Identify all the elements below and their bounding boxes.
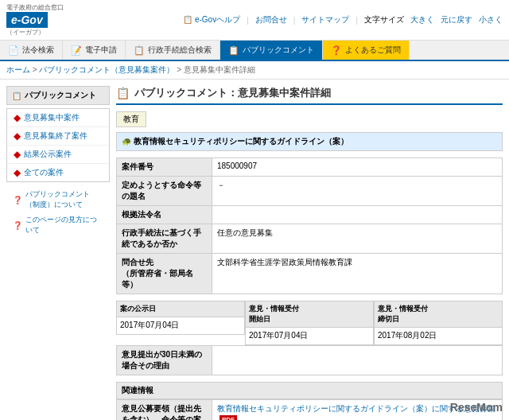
logo-subtitle: 電子政府の総合窓口 [6,3,64,12]
public-comment-icon: 📋 [228,45,239,56]
gyosei-icon: 📋 [134,45,145,56]
breadcrumb-home[interactable]: ホーム [6,65,30,74]
date-columns: 案の公示日 2017年07月04日 意見・情報受付開始日 2017年07月04日… [116,301,503,345]
sidebar-section-menu: ◆ 意見募集中案件 ◆ 意見募集終了案件 ◆ 結果公示案件 ◆ 全ての案件 [6,108,110,182]
contact-link[interactable]: お問合せ [255,14,287,25]
accept-start-header: 意見・情報受付開始日 [245,301,374,328]
breadcrumb-sep2: > [177,65,184,74]
sidebar: 📋 パブリックコメント ◆ 意見募集中案件 ◆ 意見募集終了案件 ◆ 結果公示案… [6,86,110,420]
sidebar-link-募集中[interactable]: 意見募集中案件 [24,112,80,123]
bullet-icon-3: ◆ [14,149,21,160]
reason-label: 意見提出が30日未満の場合その理由 [117,346,212,375]
resemom-text: ReseMom [450,401,503,414]
tab-law-label: 法令検索 [22,45,54,56]
esub-icon: 📝 [71,45,82,56]
sidebar-help-link-1[interactable]: パブリックコメント（制度）について [25,189,103,210]
sidebar-item-結果[interactable]: ◆ 結果公示案件 [7,146,109,164]
sidebar-item-終了[interactable]: ◆ 意見募集終了案件 [7,127,109,146]
case-title-header: 🐢 教育情報セキュリティポリシーに関するガイドライン（案） [117,133,503,151]
logo-main: e-Gov [6,12,48,28]
tab-esub[interactable]: 📝 電子申請 [63,41,126,60]
tab-gyosei[interactable]: 📋 行政手続総合検索 [126,41,220,60]
tab-esub-label: 電子申請 [85,45,117,56]
egov-help-link[interactable]: 📋 e-Govヘルプ [183,14,240,25]
sidebar-help-item-1[interactable]: ❓ パブリックコメント（制度）について [6,187,110,212]
turtle-icon: 🐢 [122,137,131,146]
breadcrumb: ホーム > パブリックコメント（意見募集案件） > 意見募集中案件詳細 [0,61,509,80]
col-accept-end: 意見・情報受付締切日 2017年08月02日 [374,301,503,345]
help-icon-1: ❓ [13,196,22,204]
related-募集要領-label: 意見公募要領（提出先を含む）、命令等の案 [117,400,212,421]
related-header: 関連情報 [116,382,503,399]
font-small-link[interactable]: 小さく [479,14,503,25]
sidebar-header-icon: 📋 [12,91,21,100]
help-icon-2: ❓ [13,221,22,230]
legal-basis-label: 根拠法令名 [117,206,212,224]
nav-tabs: 📄 法令検索 📝 電子申請 📋 行政手続総合検索 📋 パブリックコメント ❓ よ… [0,41,509,61]
sidebar-header: 📋 パブリックコメント [6,86,110,105]
content-header: 📋 パブリックコメント：意見募集中案件詳細 [116,86,503,105]
faq-icon: ❓ [331,45,342,56]
category-badge: 教育 [116,111,146,127]
order-title-value: － [212,177,503,206]
tab-faq[interactable]: ❓ よくあるご質問 [323,41,410,60]
bullet-icon-1: ◆ [14,112,21,123]
sidebar-item-全て[interactable]: ◆ 全ての案件 [7,164,109,181]
tab-public-comment[interactable]: 📋 パブリックコメント [220,41,323,60]
contact-label: 問合せ先（所管府省・部局名等） [117,254,212,294]
reason-table: 意見提出が30日未満の場合その理由 [116,345,503,375]
col-publish-date: 案の公示日 2017年07月04日 [116,301,245,345]
procedure-value: 任意の意見募集 [212,224,503,254]
law-icon: 📄 [8,45,19,56]
reason-value [212,346,503,375]
info-table: 案件番号 185000907 定めようとする命令等の題名 － 根拠法令名 行政手… [116,158,503,294]
font-reset-link[interactable]: 元に戻す [441,14,472,25]
sidebar-help-item-2[interactable]: ❓ このページの見方について [6,212,110,238]
logo-kana: （イーガブ） [6,28,45,37]
related-table: 意見公募要領（提出先を含む）、命令等の案 教育情報セキュリティポリシーに関するガ… [116,399,503,420]
order-title-label: 定めようとする命令等の題名 [117,177,212,206]
sidebar-link-結果[interactable]: 結果公示案件 [24,149,72,160]
tab-gyosei-label: 行政手続総合検索 [148,45,212,56]
accept-start-value: 2017年07月04日 [245,328,374,345]
sidebar-help-link-2[interactable]: このページの見方について [25,215,103,235]
publish-date-value: 2017年07月04日 [116,317,245,335]
publish-date-header: 案の公示日 [116,301,245,317]
egov-logo: 電子政府の総合窓口 e-Gov （イーガブ） [6,3,64,37]
font-large-link[interactable]: 大きく [410,14,434,25]
procedure-label: 行政手続法に基づく手続であるか否か [117,224,212,254]
case-title-table: 🐢 教育情報セキュリティポリシーに関するガイドライン（案） [116,132,503,151]
legal-basis-value [212,206,503,224]
font-size-label: 文字サイズ [364,14,404,25]
sidebar-link-終了[interactable]: 意見募集終了案件 [24,130,87,142]
resemom-logo: ReseMom [450,401,503,414]
contact-value: 文部科学省生涯学習政策局情報教育課 [212,254,503,294]
case-number-value: 185000907 [212,158,503,177]
header: 電子政府の総合窓口 e-Gov （イーガブ） 📋 e-Govヘルプ | お問合せ… [0,0,509,61]
tab-law-search[interactable]: 📄 法令検索 [0,41,63,60]
sidebar-help: ❓ パブリックコメント（制度）について ❓ このページの見方について [6,187,110,238]
content-header-icon: 📋 [116,87,130,99]
accept-end-value: 2017年08月02日 [374,328,503,345]
breadcrumb-current: 意見募集中案件詳細 [184,65,255,74]
col-accept-start: 意見・情報受付開始日 2017年07月04日 [245,301,374,345]
accept-end-header: 意見・情報受付締切日 [374,301,503,328]
content-area: 📋 パブリックコメント：意見募集中案件詳細 教育 🐢 教育情報セキュリティポリシ… [116,86,503,420]
case-number-label: 案件番号 [117,158,212,177]
pdf-badge-1: PDF [220,415,237,420]
bullet-icon-2: ◆ [14,130,21,142]
main-layout: 📋 パブリックコメント ◆ 意見募集中案件 ◆ 意見募集終了案件 ◆ 結果公示案… [0,80,509,420]
content-title: パブリックコメント：意見募集中案件詳細 [134,86,331,100]
tab-faq-label: よくあるご質問 [345,45,401,56]
breadcrumb-public[interactable]: パブリックコメント（意見募集案件） [39,65,174,74]
tab-public-comment-label: パブリックコメント [243,45,314,56]
header-links: 📋 e-Govヘルプ | お問合せ | サイトマップ | 文字サイズ 大きく 元… [183,14,503,25]
sidebar-header-label: パブリックコメント [25,90,96,101]
sitemap-link[interactable]: サイトマップ [301,14,349,25]
bullet-icon-4: ◆ [14,167,21,178]
sidebar-item-募集中[interactable]: ◆ 意見募集中案件 [7,109,109,127]
sidebar-link-全て[interactable]: 全ての案件 [24,167,64,178]
